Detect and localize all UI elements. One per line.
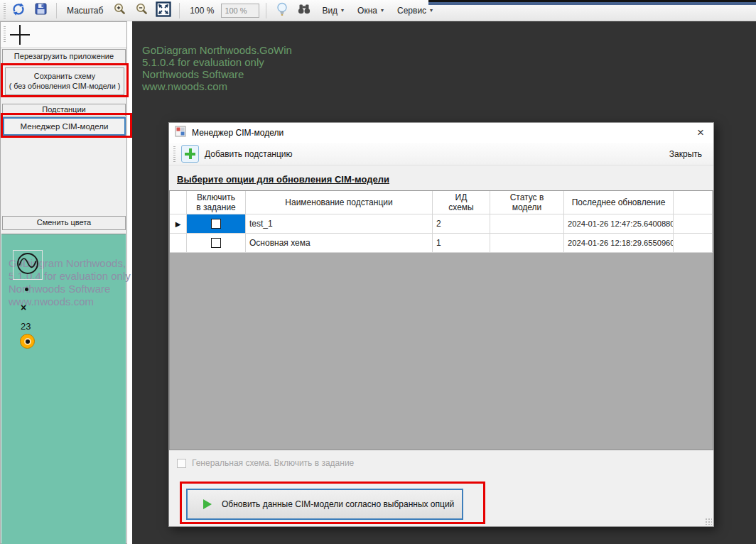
refresh-button[interactable]	[9, 1, 28, 20]
id-header-cell[interactable]: ИД схемы	[433, 191, 490, 214]
hint-button[interactable]	[273, 1, 291, 20]
change-colors-button[interactable]: Сменить цвета	[2, 216, 126, 230]
menu-view[interactable]: Вид ▾	[317, 3, 349, 18]
node-23-label: 23	[21, 321, 31, 332]
updated-cell[interactable]: 2024-01-26 12:18:29.6550960	[564, 234, 674, 253]
play-icon	[203, 499, 212, 509]
zoom-out-button[interactable]	[132, 1, 151, 20]
general-schema-option: Генеральная схема. Включить в задание	[177, 458, 354, 468]
zoom-out-icon	[135, 2, 148, 18]
zoom-input[interactable]	[221, 4, 259, 18]
substations-header: Подстанции	[2, 104, 126, 116]
schema-id-cell[interactable]: 2	[433, 214, 490, 234]
dialog-toolbar-grip[interactable]	[173, 146, 176, 162]
status-header-cell[interactable]: Статус в модели	[490, 191, 564, 214]
dialog-form-icon	[175, 126, 186, 140]
zoom-in-button[interactable]	[110, 1, 129, 20]
zoom-value-label: 100 %	[186, 6, 217, 16]
dialog-close-button[interactable]: ×	[691, 124, 711, 141]
menu-view-label: Вид	[322, 6, 338, 16]
schema-id-cell[interactable]: 1	[433, 234, 490, 253]
options-heading: Выберите опции для обновления CIM-модели	[177, 174, 389, 185]
include-header-cell[interactable]: Включить в задание	[187, 191, 246, 214]
row-selector-cell[interactable]: ▶	[170, 214, 187, 234]
table-row[interactable]: Основная хема 1 2024-01-26 12:18:29.6550…	[170, 234, 713, 253]
substation-name-cell[interactable]: Основная хема	[246, 234, 433, 253]
include-checkbox-cell[interactable]	[187, 214, 246, 234]
toolbar-separator	[56, 3, 57, 18]
substation-name-cell[interactable]: test_1	[246, 214, 433, 234]
generator-node[interactable]	[13, 250, 43, 280]
x-marker-icon: ×	[21, 303, 26, 312]
target-node-icon[interactable]	[20, 334, 35, 349]
search-button[interactable]	[295, 1, 313, 20]
crosshair-tool-icon[interactable]	[10, 25, 30, 45]
application-window: Масштаб	[0, 0, 756, 544]
dialog-resize-grip[interactable]	[705, 518, 712, 525]
save-schema-line2: ( без обновления CIM-модели )	[9, 82, 121, 91]
grid-header-row: Включить в задание Наименование подстанц…	[170, 191, 713, 214]
updated-cell[interactable]: 2024-01-26 12:47:25.6400880	[564, 214, 674, 234]
canvas-watermark-line: www.nwoods.com	[9, 295, 131, 308]
add-substation-label: Добавить подстанцию	[205, 149, 293, 159]
empty-header-cell	[674, 191, 713, 214]
table-row[interactable]: ▶ test_1 2 2024-01-26 12:47:25.6400880	[170, 214, 713, 234]
add-plus-icon	[181, 145, 199, 163]
updated-header-cell[interactable]: Последнее обновление	[564, 191, 674, 214]
name-header-cell[interactable]: Наименование подстанции	[246, 191, 433, 214]
dialog-title: Менеджер CIM-модели	[192, 128, 284, 138]
lightbulb-icon	[276, 2, 288, 19]
toolbar-separator	[179, 3, 180, 18]
save-button[interactable]	[31, 1, 50, 20]
zoom-in-icon	[113, 2, 126, 18]
toolbar-separator	[266, 3, 266, 18]
general-schema-label: Генеральная схема. Включить в задание	[192, 458, 354, 468]
selector-header-cell	[170, 191, 187, 214]
general-schema-checkbox[interactable]	[177, 459, 186, 468]
empty-cell	[674, 214, 713, 234]
main-watermark-line: www.nwoods.com	[142, 80, 292, 92]
zoom-fit-icon	[156, 1, 171, 20]
save-schema-line1: Сохранить схему	[34, 72, 95, 81]
dialog-toolbar: Добавить подстанцию Закрыть	[169, 143, 713, 165]
update-cim-button[interactable]: Обновить данные CIM-модели согласно выбр…	[186, 489, 463, 520]
main-watermark: GoDiagram Northwoods.GoWin 5.1.0.4 for e…	[142, 44, 292, 92]
update-cim-label: Обновить данные CIM-модели согласно выбр…	[222, 499, 454, 509]
chevron-down-icon: ▾	[430, 8, 433, 13]
empty-cell	[674, 234, 713, 253]
zoom-fit-button[interactable]	[154, 1, 173, 20]
chevron-down-icon: ▾	[341, 8, 344, 13]
cim-manager-dialog: Менеджер CIM-модели × Добавить подстанци…	[168, 122, 714, 527]
add-substation-button[interactable]: Добавить подстанцию	[181, 145, 293, 163]
binoculars-icon	[298, 4, 310, 18]
dialog-titlebar[interactable]: Менеджер CIM-модели	[169, 123, 713, 143]
sidebar: Перезагрузить приложение Сохранить схему…	[0, 21, 127, 544]
close-icon: ×	[697, 126, 704, 140]
menu-windows-label: Окна	[357, 6, 377, 16]
cim-manager-button[interactable]: Менеджер CIM-модели	[3, 117, 126, 136]
status-cell[interactable]	[490, 234, 564, 253]
main-watermark-line: 5.1.0.4 for evaluation only	[142, 56, 292, 68]
current-row-marker-icon: ▶	[176, 220, 181, 228]
menu-service-label: Сервис	[397, 6, 426, 16]
refresh-icon	[11, 2, 26, 19]
substations-grid: Включить в задание Наименование подстанц…	[169, 190, 713, 450]
menu-windows[interactable]: Окна ▾	[352, 3, 389, 18]
diagram-canvas[interactable]: GoDiagram Northwoods, 5.1.0.4 for evalua…	[1, 234, 126, 544]
chevron-down-icon: ▾	[381, 8, 384, 13]
toolstrip-grip[interactable]	[4, 26, 6, 42]
close-toolbar-button[interactable]: Закрыть	[662, 146, 709, 162]
include-checkbox[interactable]	[211, 219, 221, 229]
row-selector-cell[interactable]	[170, 234, 187, 253]
main-watermark-line: GoDiagram Northwoods.GoWin	[142, 44, 292, 56]
window-edge-highlight	[428, 2, 756, 5]
status-cell[interactable]	[490, 214, 564, 234]
save-schema-button[interactable]: Сохранить схему ( без обновления CIM-мод…	[5, 67, 124, 95]
toolbar-grip[interactable]	[4, 3, 6, 18]
save-icon	[35, 3, 47, 18]
sidebar-toolstrip	[1, 22, 126, 48]
generator-node-icon	[15, 251, 40, 279]
reload-app-button[interactable]: Перезагрузить приложение	[2, 49, 126, 64]
include-checkbox-cell[interactable]	[187, 234, 246, 253]
include-checkbox[interactable]	[211, 238, 221, 248]
